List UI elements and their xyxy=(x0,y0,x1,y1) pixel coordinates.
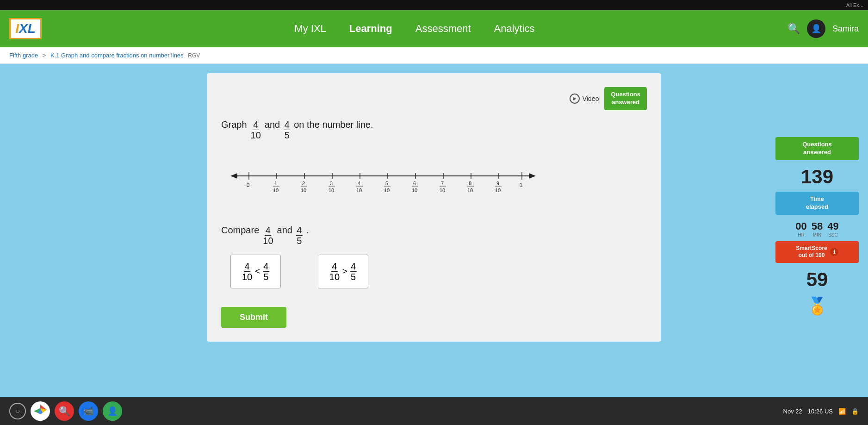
questions-answered-card: Questionsanswered xyxy=(775,137,859,160)
avatar[interactable]: 👤 xyxy=(807,19,825,38)
taskbar-time: 10:26 US xyxy=(808,408,833,415)
frac2-numerator: 4 xyxy=(284,120,290,130)
suffix-text: on the number line. xyxy=(294,119,373,130)
fraction-2: 4 5 xyxy=(284,120,290,140)
right-sidebar: Questionsanswered 139 Timeelapsed 00 HR … xyxy=(775,137,859,316)
logo[interactable]: IXL xyxy=(9,18,42,39)
compare-frac2: 4 5 xyxy=(296,225,303,245)
frac1-denominator: 10 xyxy=(251,130,261,140)
qa-label: Questionsanswered xyxy=(802,141,832,156)
svg-text:10: 10 xyxy=(412,188,417,193)
nav-learning[interactable]: Learning xyxy=(349,23,392,35)
graph-word: Graph xyxy=(221,119,247,130)
main-area: ▶ Video Questionsanswered Graph 4 10 and… xyxy=(0,64,868,397)
svg-text:10: 10 xyxy=(329,188,334,193)
svg-text:1: 1 xyxy=(274,181,277,186)
choice1-frac1: 4 10 xyxy=(242,262,252,281)
header: IXL My IXL Learning Assessment Analytics… xyxy=(0,10,868,47)
svg-text:6: 6 xyxy=(413,181,416,186)
svg-text:4: 4 xyxy=(358,181,360,186)
compare-period: . xyxy=(306,225,309,236)
time-elapsed-card: Timeelapsed xyxy=(775,192,859,215)
svg-text:10: 10 xyxy=(301,188,306,193)
breadcrumb-grade[interactable]: Fifth grade xyxy=(9,52,38,59)
search-taskbar-icon[interactable]: 🔍 xyxy=(55,401,74,421)
svg-text:1: 1 xyxy=(520,182,523,188)
search-icon[interactable]: 🔍 xyxy=(787,23,800,35)
svg-text:7: 7 xyxy=(441,181,444,186)
user-taskbar-icon[interactable]: 👤 xyxy=(103,401,122,421)
questions-count: 139 xyxy=(775,166,859,188)
taskbar: ○ 🔍 📹 👤 Nov 22 10:26 US 📶 🔒 xyxy=(0,397,868,425)
svg-text:10: 10 xyxy=(356,188,362,193)
time-label: Timeelapsed xyxy=(806,195,828,210)
number-line-container: 0 1 10 2 10 3 10 4 10 xyxy=(221,154,647,206)
and-word: and xyxy=(265,119,280,130)
choice1-frac2: 4 5 xyxy=(263,262,269,281)
nav-my-ixl[interactable]: My IXL xyxy=(294,23,326,35)
nav-assessment[interactable]: Assessment xyxy=(415,23,471,35)
user-name: Samira xyxy=(832,24,859,34)
less-than-symbol: < xyxy=(255,267,260,276)
compare-instruction: Compare 4 10 and 4 5 . xyxy=(221,225,647,245)
time-display: 00 HR 58 MIN 49 SEC xyxy=(775,220,859,238)
wifi-icon: 📶 xyxy=(838,408,846,415)
nav-items: My IXL Learning Assessment Analytics xyxy=(60,23,769,35)
taskbar-right: Nov 22 10:26 US 📶 🔒 xyxy=(783,408,859,415)
breadcrumb-topic[interactable]: K.1 Graph and compare fractions on numbe… xyxy=(50,52,184,59)
time-min-value: 58 xyxy=(812,220,823,232)
compare-frac1-num: 4 xyxy=(265,225,271,236)
home-button[interactable]: ○ xyxy=(9,403,26,419)
question-instruction: Graph 4 10 and 4 5 on the number line. xyxy=(221,119,647,140)
nav-analytics[interactable]: Analytics xyxy=(494,23,535,35)
svg-text:5: 5 xyxy=(385,181,388,186)
answer-choices: 4 10 < 4 5 4 10 > xyxy=(230,255,647,288)
fraction-1: 4 10 xyxy=(251,120,261,140)
time-min-unit: 58 MIN xyxy=(812,220,823,238)
svg-text:9: 9 xyxy=(496,181,499,186)
number-line-svg: 0 1 10 2 10 3 10 4 10 xyxy=(221,163,545,195)
choice-greater-than[interactable]: 4 10 > 4 5 xyxy=(318,255,368,288)
battery-icon: 🔒 xyxy=(851,408,859,415)
compare-frac1: 4 10 xyxy=(263,225,273,245)
chrome-icon[interactable] xyxy=(31,401,50,421)
breadcrumb-bar: Fifth grade > K.1 Graph and compare frac… xyxy=(0,47,868,64)
submit-button[interactable]: Submit xyxy=(221,307,286,328)
meet-icon[interactable]: 📹 xyxy=(79,401,98,421)
compare-section: Compare 4 10 and 4 5 . 4 10 xyxy=(221,225,647,288)
smart-score-card: SmartScoreout of 100 ℹ xyxy=(775,241,859,263)
header-right: 🔍 👤 Samira xyxy=(787,19,859,38)
breadcrumb-code: RGV xyxy=(188,52,200,59)
time-hr-label: HR xyxy=(795,232,806,238)
time-hr-value: 00 xyxy=(795,220,806,232)
time-hr-unit: 00 HR xyxy=(795,220,806,238)
smart-score-label: SmartScoreout of 100 xyxy=(796,245,827,259)
compare-frac1-den: 10 xyxy=(263,236,273,245)
svg-marker-2 xyxy=(529,173,536,179)
question-panel: ▶ Video Questionsanswered Graph 4 10 and… xyxy=(207,73,661,342)
frac1-numerator: 4 xyxy=(253,120,259,130)
svg-text:0: 0 xyxy=(247,182,250,188)
video-label: Video xyxy=(583,95,599,102)
questions-answered-badge: Questionsanswered xyxy=(604,87,647,110)
time-sec-value: 49 xyxy=(827,220,838,232)
compare-and-word: and xyxy=(277,225,292,236)
svg-text:10: 10 xyxy=(467,188,473,193)
frac2-denominator: 5 xyxy=(285,130,290,140)
choice-less-than[interactable]: 4 10 < 4 5 xyxy=(230,255,281,288)
choice2-frac1: 4 10 xyxy=(329,262,340,281)
top-bar: All Ex... xyxy=(0,0,868,10)
time-sec-unit: 49 SEC xyxy=(827,220,838,238)
compare-word: Compare xyxy=(221,225,259,236)
breadcrumb-separator: > xyxy=(43,52,46,59)
breadcrumb: Fifth grade > K.1 Graph and compare frac… xyxy=(9,52,200,59)
svg-text:10: 10 xyxy=(495,188,501,193)
choice2-frac2: 4 5 xyxy=(350,262,357,281)
smart-score-info-icon[interactable]: ℹ xyxy=(830,248,838,256)
logo-text: IXL xyxy=(15,21,36,36)
svg-text:8: 8 xyxy=(469,181,471,186)
logo-i: I xyxy=(15,21,19,36)
video-button[interactable]: ▶ Video xyxy=(570,94,599,104)
top-bar-label: All Ex... xyxy=(846,2,863,8)
smart-score-value: 59 xyxy=(775,269,859,291)
